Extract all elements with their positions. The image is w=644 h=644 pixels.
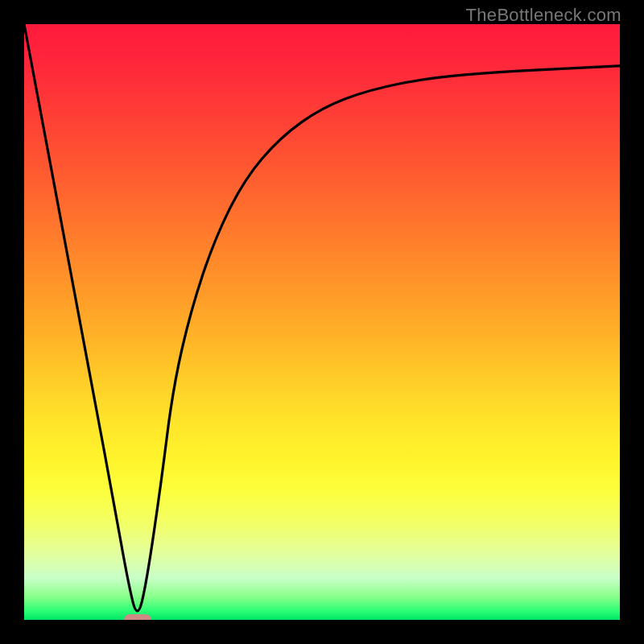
plot-area	[24, 24, 620, 620]
watermark-text: TheBottleneck.com	[466, 5, 621, 26]
curve-layer	[24, 24, 620, 620]
chart-frame: TheBottleneck.com	[0, 0, 644, 644]
bottleneck-curve	[24, 24, 620, 611]
minimum-marker	[124, 614, 151, 620]
